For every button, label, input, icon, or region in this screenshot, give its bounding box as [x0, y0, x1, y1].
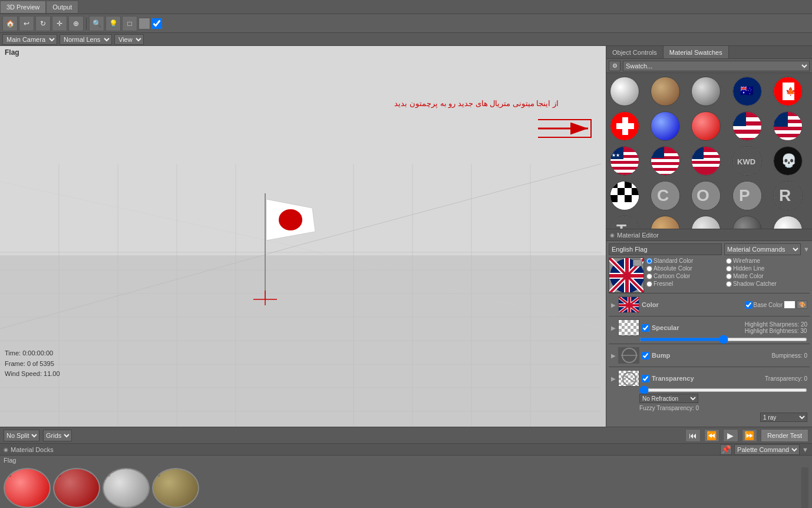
swatch-us5[interactable] [691, 146, 721, 176]
toolbar-zoom[interactable]: 🔍 [89, 16, 104, 31]
toolbar-select[interactable]: ⊕ [68, 16, 84, 31]
toolbar-light[interactable]: 💡 [105, 16, 121, 31]
render-test-btn[interactable]: Render Test [761, 429, 808, 442]
radio-standard[interactable]: Standard Color [646, 258, 725, 264]
swatch-aus-flag[interactable]: 🇦🇺 [732, 77, 762, 106]
transparency-slider[interactable] [639, 388, 807, 392]
radio-wireframe[interactable]: Wireframe [726, 258, 804, 264]
view-select[interactable]: View [114, 34, 144, 45]
editor-top-row: Material Commands ▼ [609, 243, 810, 255]
svg-point-25 [279, 209, 302, 230]
svg-text:KWD: KWD [737, 157, 755, 166]
swatch-skull[interactable]: 💀 [773, 146, 803, 176]
toolbar-checkbox[interactable] [151, 18, 162, 29]
bump-checkbox[interactable] [642, 352, 649, 359]
swatch-dark[interactable] [732, 216, 762, 229]
base-color-checkbox[interactable] [745, 301, 752, 309]
radio-matte[interactable]: Matte Color [726, 273, 804, 279]
tab-material-swatches[interactable]: Material Swatches [664, 46, 729, 58]
toolbar-redo[interactable]: ↻ [35, 16, 51, 31]
radio-shadowcatcher[interactable]: Shadow Catcher [726, 281, 804, 287]
swatch-us4[interactable] [651, 146, 680, 176]
transparency-checkbox[interactable] [642, 375, 649, 382]
swatch-letter-p[interactable]: P [732, 181, 762, 210]
radio-cartoon[interactable]: Cartoon Color [646, 273, 725, 279]
swatch-blue[interactable] [651, 111, 680, 141]
tab-output[interactable]: Output [46, 1, 78, 14]
camera-bar: Main Camera Normal Lens View [0, 33, 812, 46]
base-color-swatch[interactable] [784, 301, 796, 309]
swatch-us2[interactable] [773, 111, 803, 141]
swatch-letter-o[interactable]: O [691, 181, 721, 210]
fuzzy-row: Fuzzy Transparency: 0 [609, 404, 810, 412]
swatch-metal[interactable] [691, 77, 721, 106]
toolbar-undo[interactable]: ↩ [19, 16, 34, 31]
palette-command-select[interactable]: Palette Command [734, 444, 800, 455]
docks-tool-btn[interactable]: 📌 [720, 444, 732, 455]
play-prev-btn[interactable]: ⏪ [704, 429, 719, 442]
swatches-area[interactable]: 🇦🇺 🍁 ★★ [606, 73, 812, 229]
commands-arrow[interactable]: ▼ [803, 246, 810, 253]
dock-swatch-caps[interactable]: 4 [152, 468, 199, 508]
color-flag-preview [618, 296, 639, 313]
svg-text:T: T [616, 221, 626, 229]
swatches-tool-btn[interactable]: ⚙ [609, 61, 620, 71]
material-options: Standard Color Wireframe Absolute Color … [646, 258, 810, 293]
swatch-checker[interactable] [610, 181, 639, 210]
dock-swatch-poles[interactable]: 3 [103, 468, 150, 508]
specular-arrow[interactable]: ▶ [611, 325, 616, 331]
swatch-metal2[interactable] [691, 216, 721, 229]
toolbar-add[interactable]: ✛ [52, 16, 67, 31]
play-btn[interactable]: ▶ [723, 429, 738, 442]
radio-fresnel[interactable]: Fresnel [646, 281, 725, 287]
toolbar-render[interactable]: □ [122, 16, 137, 31]
svg-text:R: R [779, 186, 791, 204]
svg-rect-79 [625, 188, 632, 195]
radio-hiddenline[interactable]: Hidden Line [726, 265, 804, 272]
dock-item-caps: 4 Caps [152, 468, 199, 509]
specular-slider[interactable] [639, 338, 807, 341]
swatch-letter-c[interactable]: C [651, 181, 680, 210]
radio-absolute[interactable]: Absolute Color [646, 265, 725, 272]
bump-arrow[interactable]: ▶ [611, 352, 616, 359]
swatch-letter-r[interactable]: R [773, 181, 803, 210]
toolbar-color-swatch[interactable] [138, 18, 150, 29]
swatch-canada-flag[interactable]: 🍁 [773, 77, 803, 106]
svg-rect-84 [632, 195, 639, 202]
tab-3d-preview[interactable]: 3D Preview [0, 1, 46, 14]
lens-select[interactable]: Normal Lens [60, 34, 112, 45]
swatches-dropdown[interactable]: Swatch... [623, 61, 810, 71]
trans-arrow[interactable]: ▶ [611, 375, 616, 382]
swatch-kwd[interactable]: KWD [732, 146, 762, 176]
dock-swatch-back[interactable]: 2 [53, 468, 100, 508]
dock-swatch-front[interactable]: 1 [4, 468, 51, 508]
material-name-input[interactable] [609, 243, 722, 255]
ray-select[interactable]: 1 ray [760, 413, 807, 422]
swatch-us1[interactable] [732, 111, 762, 141]
play-next-btn[interactable]: ⏩ [742, 429, 757, 442]
color-picker-btn[interactable]: 🎨 [797, 301, 807, 309]
svg-rect-43 [733, 111, 746, 126]
docks-scrollbar[interactable] [801, 467, 808, 508]
swatch-chrome2[interactable] [773, 216, 803, 229]
color-expand-arrow[interactable]: ▶ [611, 302, 616, 308]
swatch-red[interactable] [691, 111, 721, 141]
swatch-swiss[interactable] [610, 111, 639, 141]
refraction-select[interactable]: No Refraction [639, 394, 698, 403]
play-start-btn[interactable]: ⏮ [685, 429, 701, 442]
commands-select[interactable]: Material Commands [724, 243, 801, 255]
swatch-chrome[interactable] [610, 77, 639, 106]
svg-rect-62 [651, 146, 664, 158]
tab-object-controls[interactable]: Object Controls [606, 46, 664, 58]
camera-select[interactable]: Main Camera [2, 34, 57, 45]
toolbar-home[interactable]: 🏠 [2, 16, 18, 31]
swatch-wood2[interactable] [651, 216, 680, 229]
material-preview [609, 258, 644, 293]
palette-arrow[interactable]: ▼ [802, 446, 808, 453]
grid-select[interactable]: Grids [43, 430, 72, 441]
specular-checkbox[interactable] [642, 324, 649, 332]
swatch-us3[interactable]: ★★ [610, 146, 639, 176]
swatch-wood[interactable] [651, 77, 680, 106]
swatch-letter-t[interactable]: T [610, 216, 639, 229]
split-select[interactable]: No Split [4, 430, 39, 441]
